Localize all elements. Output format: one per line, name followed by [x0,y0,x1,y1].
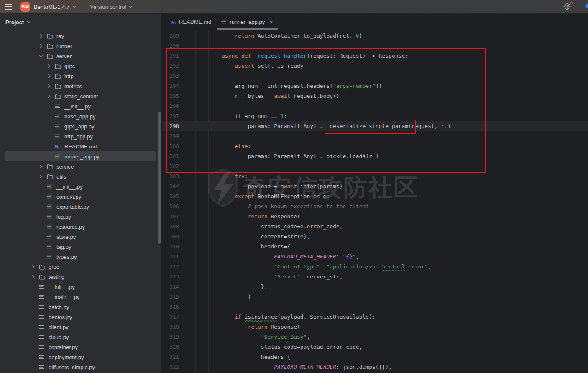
line-number[interactable]: 311 [162,252,179,262]
line-number[interactable]: 289 [162,31,179,41]
tree-item--init-py[interactable]: __init__.py [0,101,161,111]
code-text[interactable]: return AutoContainer.to_payload(ret, 0) [182,31,363,41]
line-number[interactable]: 313 [162,272,179,282]
line-number[interactable]: 309 [162,232,179,242]
line-number[interactable]: 303 [162,171,179,181]
code-text[interactable]: PAYLOAD_META_HEADER: "{}", [182,252,359,262]
tree-item-metrics[interactable]: metrics [0,81,161,91]
code-text[interactable]: if isinstance(payload, ServiceUnavailabl… [182,312,376,322]
tree-item-runner[interactable]: runner [0,41,161,51]
tree-item-tag-py[interactable]: tag.py [0,242,161,252]
chevron-collapsed-icon[interactable] [47,84,55,88]
line-number[interactable]: 310 [162,242,179,252]
tree-item-client-py[interactable]: client.py [0,322,161,332]
line-number[interactable]: 300 [162,141,179,151]
code-text[interactable]: PAYLOAD_META_HEADER: json.dumps({}), [182,362,392,372]
tree-item-ray[interactable]: ray [0,31,161,41]
code-text[interactable]: assert self._is_ready [182,61,304,71]
tree-item-static-content[interactable]: static_content [0,91,161,101]
line-number[interactable]: 292 [162,61,179,71]
code-text[interactable]: return Response( [182,212,300,222]
code-text[interactable]: return Response( [182,322,300,332]
chevron-expanded-icon[interactable] [39,54,47,58]
code-text[interactable]: async def _request_handler(request: Requ… [182,51,408,61]
code-text[interactable]: headers={ [182,242,290,252]
tree-item-log-py[interactable]: log.py [0,212,161,222]
tree-item-exportable-py[interactable]: exportable.py [0,202,161,212]
tree-item-utils[interactable]: utils [0,171,161,181]
tree-item-deployment-py[interactable]: deployment.py [0,352,161,362]
tree-item-container-py[interactable]: container.py [0,342,161,352]
version-control-selector[interactable]: Version control [90,4,133,10]
project-panel-header[interactable]: Project [0,14,161,31]
line-number[interactable]: 305 [162,192,179,202]
tree-item-grpc-app-py[interactable]: grpc_app.py [0,121,161,131]
line-number[interactable]: 293 [162,71,179,81]
code-text[interactable]: payload = await infer(params) [182,181,343,192]
tab-README-md[interactable]: M↓README.md [166,14,216,30]
tree-item--init-py[interactable]: __init__.py [0,282,161,292]
line-number[interactable]: 290 [162,41,179,51]
line-number[interactable]: 319 [162,332,179,342]
line-number[interactable]: 317 [162,312,179,322]
tree-item-batch-py[interactable]: batch.py [0,302,161,312]
tab-runner-app-py[interactable]: runner_app.py× [216,14,278,30]
line-number[interactable]: 298 [162,121,179,131]
line-number[interactable]: 296 [162,101,179,111]
tree-item-service[interactable]: service [0,161,161,171]
chevron-collapsed-icon[interactable] [47,64,55,68]
tree-item-grpc[interactable]: grpc [0,61,161,71]
chevron-collapsed-icon[interactable] [39,174,47,179]
tree-item-bentos-py[interactable]: bentos.py [0,312,161,322]
line-number[interactable]: 314 [162,282,179,292]
chevron-collapsed-icon[interactable] [47,74,55,78]
line-number[interactable]: 315 [162,292,179,302]
debug-bug-button[interactable]: × [562,1,573,12]
tree-item-grpc[interactable]: grpc [0,262,161,272]
code-text[interactable]: }, [182,282,268,292]
code-text[interactable]: r_: bytes = await request.body() [182,91,340,101]
tree-scrollbar-thumb[interactable] [158,112,161,244]
tree-item--main-py[interactable]: __main__.py [0,292,161,302]
code-text[interactable]: "Content-Type": "application/vnd.bentoml… [182,262,431,272]
code-text[interactable]: headers={ [182,352,290,362]
code-text[interactable]: else: [182,141,251,151]
code-text[interactable]: status_code=e.error_code, [182,222,343,232]
code-text[interactable]: params: Params[t.Any] = _deserialize_sin… [182,121,451,131]
chevron-collapsed-icon[interactable] [39,164,47,169]
tree-item-context-py[interactable]: context.py [0,192,161,202]
tree-item-resource-py[interactable]: resource.py [0,222,161,232]
line-number[interactable]: 316 [162,302,179,312]
code-text[interactable]: params: Params[t.Any] = pickle.loads(r_) [182,151,379,161]
code-text[interactable]: "Server": server_str, [182,272,343,282]
tree-item-http[interactable]: http [0,71,161,81]
code-text[interactable]: "Service Busy", [182,332,310,342]
line-number[interactable]: 321 [162,352,179,362]
line-number[interactable]: 318 [162,322,179,332]
tree-item-base-app-py[interactable]: base_app.py [0,111,161,121]
hamburger-menu-icon[interactable] [5,4,12,10]
tree-item-runner-app-py[interactable]: runner_app.py [5,151,156,161]
chevron-collapsed-icon[interactable] [39,44,47,48]
chevron-collapsed-icon[interactable] [39,34,47,38]
tree-item-testing[interactable]: testing [0,272,161,282]
line-number[interactable]: 302 [162,161,179,171]
line-number[interactable]: 297 [162,111,179,121]
chevron-collapsed-icon[interactable] [31,275,39,279]
code-text[interactable]: try: [182,171,248,181]
tree-item-server[interactable]: server [0,51,161,61]
line-number[interactable]: 294 [162,81,179,91]
line-number[interactable]: 291 [162,51,179,61]
line-number[interactable]: 307 [162,212,179,222]
tree-item-store-py[interactable]: store.py [0,232,161,242]
line-number[interactable]: 312 [162,262,179,272]
project-selector[interactable]: BentoML-1.4.7 [34,4,76,10]
line-number[interactable]: 299 [162,131,179,141]
line-number[interactable]: 295 [162,91,179,101]
close-tab-icon[interactable]: × [269,19,273,25]
chevron-collapsed-icon[interactable] [47,94,55,98]
code-text[interactable]: # pass known exceptions to the client [182,202,369,212]
tree-item-http-app-py[interactable]: http_app.py [0,131,161,141]
tree-item-cloud-py[interactable]: cloud.py [0,332,161,342]
code-text[interactable]: except BentoMLException as e: [182,192,330,202]
